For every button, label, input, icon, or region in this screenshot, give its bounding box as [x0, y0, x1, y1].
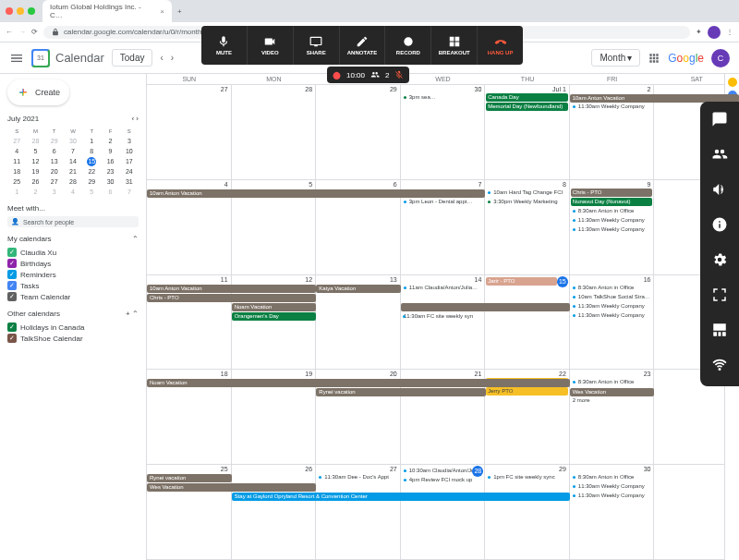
day-cell[interactable]: 291pm FC site weekly sync: [485, 465, 570, 559]
day-cell[interactable]: 2810:30am Claudia/Anton/Ju4pm Review FCI…: [401, 465, 486, 559]
minical-day[interactable]: 10: [120, 147, 139, 156]
event-chip[interactable]: 11:30am Weekly Company: [571, 311, 653, 320]
minical-day[interactable]: 12: [26, 157, 44, 166]
reload-icon[interactable]: ⟳: [31, 28, 38, 36]
next-month-icon[interactable]: ›: [171, 53, 174, 63]
calendar-checkbox-item[interactable]: ✓TalkShoe Calendar: [7, 333, 139, 344]
event-span[interactable]: Orangemen's Day (Newfoundland): [232, 312, 317, 321]
minical-day[interactable]: 4: [64, 188, 82, 197]
calendar-checkbox-item[interactable]: ✓Claudia Xu: [7, 247, 139, 258]
day-cell[interactable]: Jul 1Canada DayMemorial Day (Newfoundlan…: [485, 85, 570, 179]
event-chip[interactable]: Jarir - PTO: [486, 277, 557, 286]
minical-day[interactable]: 2: [26, 188, 44, 197]
minical-day[interactable]: 1: [82, 137, 101, 146]
megaphone-icon[interactable]: [711, 181, 728, 201]
event-chip[interactable]: 11:30am Weekly Company: [571, 103, 653, 111]
wifi-icon[interactable]: [711, 357, 728, 377]
minical-day[interactable]: 18: [7, 167, 26, 177]
event-span[interactable]: Chris - PTO: [147, 294, 316, 302]
minical-day[interactable]: 4: [7, 147, 26, 156]
chat-icon[interactable]: [711, 111, 728, 131]
mini-calendar[interactable]: SMTWTFS272829301234567891011121314151617…: [7, 127, 139, 197]
event-chip[interactable]: 8:30am Anton in Office: [571, 378, 653, 386]
day-cell[interactable]: 810am Hard Tag Change FCI3:30pm Weekly M…: [485, 180, 570, 274]
settings-icon[interactable]: [711, 251, 728, 272]
minical-day[interactable]: 14: [64, 157, 82, 166]
calendar-checkbox-item[interactable]: ✓Holidays in Canada: [7, 322, 139, 333]
day-cell[interactable]: 1411am Claudia/Anton/Julia…: [401, 275, 486, 370]
day-cell[interactable]: 9Chris - PTONunavut Day (Nunavut)8:30am …: [570, 180, 655, 274]
event-chip[interactable]: Chris - PTO: [571, 189, 653, 197]
add-calendar-icon[interactable]: +: [126, 310, 130, 318]
event-chip[interactable]: 11:30am Weekly Company: [571, 216, 653, 225]
calendar-checkbox-item[interactable]: ✓Birthdays: [7, 258, 139, 269]
day-cell[interactable]: 28: [232, 85, 317, 179]
calendar-checkbox-item[interactable]: ✓Team Calendar: [7, 291, 139, 302]
conf-record-button[interactable]: RECORD: [385, 26, 431, 65]
browser-menu-icon[interactable]: ⋮: [726, 28, 733, 36]
event-span[interactable]: 11:30am FC site weekly syn: [401, 312, 486, 321]
minical-day[interactable]: 17: [120, 157, 139, 166]
minical-day[interactable]: 22: [82, 167, 101, 177]
minical-day[interactable]: 8: [82, 147, 101, 156]
day-cell[interactable]: 2711:30am Dee - Doc's Appt: [316, 465, 401, 559]
day-cell[interactable]: 308:30am Anton in Office11:30am Weekly C…: [570, 465, 655, 559]
event-chip[interactable]: Memorial Day (Newfoundland): [486, 103, 568, 111]
view-switcher[interactable]: Month▾: [591, 49, 640, 67]
nav-back-icon[interactable]: ←: [6, 28, 13, 36]
browser-tab[interactable]: Iotum Global Holdings Inc. - C…: [42, 0, 172, 22]
minical-day[interactable]: 2: [101, 137, 119, 146]
event-chip[interactable]: 10:30am Claudia/Anton/Ju: [402, 467, 473, 475]
minical-day[interactable]: 21: [64, 167, 82, 177]
minical-day[interactable]: 7: [64, 147, 82, 156]
conf-video-button[interactable]: VIDEO: [248, 26, 294, 65]
event-chip[interactable]: Jerry PTO: [486, 387, 568, 396]
minical-day[interactable]: 31: [120, 177, 139, 187]
conf-mute-button[interactable]: MUTE: [201, 26, 248, 65]
event-span[interactable]: Stay at Gaylord Opryland Resort & Conven…: [232, 493, 570, 501]
day-cell[interactable]: 26: [232, 465, 317, 559]
new-tab-button[interactable]: +: [177, 7, 182, 16]
account-avatar[interactable]: C: [711, 49, 730, 67]
conf-share-button[interactable]: SHARE: [294, 26, 340, 65]
event-span[interactable]: [401, 303, 570, 311]
event-span[interactable]: Noam Vacation: [147, 379, 570, 387]
apps-grid-icon[interactable]: [648, 52, 660, 65]
minical-day[interactable]: 16: [101, 157, 119, 166]
conf-annotate-button[interactable]: ANNOTATE: [340, 26, 386, 65]
minical-day[interactable]: 7: [120, 188, 139, 197]
minical-day[interactable]: 6: [101, 188, 119, 197]
minical-day[interactable]: 27: [7, 137, 26, 146]
minical-day[interactable]: 28: [64, 177, 82, 187]
minical-day[interactable]: 30: [64, 137, 82, 146]
minical-prev-icon[interactable]: ‹: [131, 115, 134, 123]
keep-icon[interactable]: [728, 78, 737, 87]
conf-breakout-button[interactable]: BREAKOUT: [431, 26, 478, 65]
profile-avatar-icon[interactable]: [708, 26, 721, 39]
fullscreen-icon[interactable]: [711, 286, 728, 307]
event-chip[interactable]: 3:30pm Weekly Marketing: [486, 198, 568, 206]
event-chip[interactable]: 11:30am Weekly Company: [571, 225, 653, 234]
event-chip[interactable]: Canada Day: [486, 93, 568, 102]
event-chip[interactable]: 11am Claudia/Anton/Julia…: [402, 284, 484, 292]
grid-body[interactable]: 272829303pm sea…Jul 1Canada DayMemorial …: [147, 85, 739, 560]
minical-day[interactable]: 9: [101, 147, 119, 156]
event-chip[interactable]: 10am Hard Tag Change FCI: [486, 189, 568, 197]
today-button[interactable]: Today: [112, 49, 153, 67]
minical-day[interactable]: 27: [45, 177, 64, 187]
calendar-logo[interactable]: Calendar: [31, 49, 104, 67]
day-cell[interactable]: 15Jarir - PTO: [485, 275, 570, 370]
mic-off-icon[interactable]: [394, 70, 404, 79]
event-chip[interactable]: 3pm Leon - Dental appt…: [402, 198, 484, 206]
event-span[interactable]: 10am Anton Vacation: [147, 189, 485, 198]
event-chip[interactable]: 3pm sea…: [402, 93, 484, 102]
minical-day[interactable]: 30: [101, 177, 119, 187]
minical-day[interactable]: 1: [7, 188, 26, 197]
extension-icon[interactable]: ✦: [696, 28, 702, 36]
day-cell[interactable]: 29: [316, 85, 401, 179]
main-menu-icon[interactable]: [9, 51, 24, 66]
minical-day[interactable]: 29: [82, 177, 101, 187]
event-span[interactable]: Wes Vacation: [570, 388, 655, 396]
event-chip[interactable]: 8:30am Anton in Office: [571, 207, 653, 215]
day-cell[interactable]: 238:30am Anton in Office11:30am Weekly C…: [570, 370, 655, 464]
